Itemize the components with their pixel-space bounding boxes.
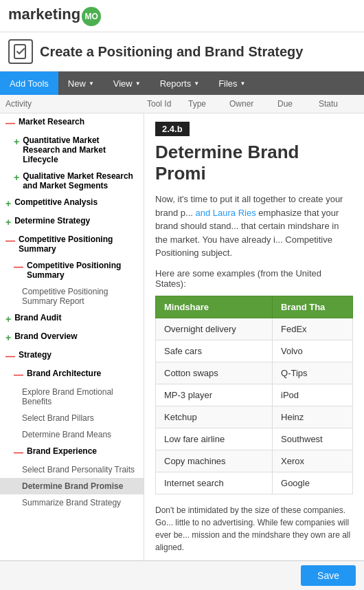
tool-id-badge: 2.4.b bbox=[155, 122, 190, 136]
content-inner: 2.4.b Determine Brand Promi Now, it's ti… bbox=[144, 113, 364, 590]
table-cell-mindshare: Overnight delivery bbox=[156, 318, 273, 340]
files-arrow-icon: ▼ bbox=[240, 80, 246, 87]
main-layout: — Market Research + Quantitative Market … bbox=[0, 113, 364, 590]
sidebar-item-select-brand-personality[interactable]: Select Brand Personality Traits bbox=[0, 461, 144, 478]
logo-mo-badge: MO bbox=[82, 7, 101, 26]
content-body: Now, it's time to put it all together to… bbox=[155, 193, 353, 260]
sidebar-item-explore-brand[interactable]: Explore Brand Emotional Benefits bbox=[0, 384, 144, 410]
reports-arrow-icon: ▼ bbox=[194, 80, 199, 87]
toolbar-new[interactable]: New ▼ bbox=[58, 72, 104, 95]
table-cell-brand: Volvo bbox=[273, 340, 353, 362]
mindshare-table: Mindshare Brand Tha Overnight deliveryFe… bbox=[155, 296, 353, 494]
table-cell-mindshare: Low fare airline bbox=[156, 428, 273, 450]
marker-icon: — bbox=[14, 261, 23, 272]
table-cell-brand: Q-Tips bbox=[273, 362, 353, 384]
sidebar-item-brand-overview[interactable]: + Brand Overview bbox=[0, 328, 144, 347]
marker-icon: — bbox=[14, 447, 23, 458]
table-cell-brand: Xerox bbox=[273, 450, 353, 472]
marker-icon: + bbox=[5, 332, 11, 343]
table-row: Copy machinesXerox bbox=[156, 450, 353, 472]
table-header-brand: Brand Tha bbox=[273, 296, 353, 318]
table-cell-mindshare: Copy machines bbox=[156, 450, 273, 472]
sidebar-item-comp-pos-summary-2[interactable]: — Competitive Positioning Summary bbox=[0, 257, 144, 283]
marker-icon: — bbox=[5, 235, 15, 246]
toolbar-reports[interactable]: Reports ▼ bbox=[150, 72, 209, 95]
col-type-header: Type bbox=[185, 98, 227, 110]
marker-icon: + bbox=[5, 198, 11, 209]
page-title: Create a Positioning and Brand Strategy bbox=[40, 44, 303, 60]
table-row: Cotton swapsQ-Tips bbox=[156, 362, 353, 384]
table-cell-mindshare: Cotton swaps bbox=[156, 362, 273, 384]
col-toolid-header: Tool Id bbox=[144, 98, 185, 110]
content-title: Determine Brand Promi bbox=[155, 142, 353, 184]
svg-rect-0 bbox=[14, 45, 25, 58]
bottom-bar: Save bbox=[0, 560, 364, 590]
sidebar: — Market Research + Quantitative Market … bbox=[0, 113, 144, 590]
examples-label: Here are some examples (from the United … bbox=[155, 268, 353, 289]
table-cell-brand: Southwest bbox=[273, 428, 353, 450]
page-title-bar: Create a Positioning and Brand Strategy bbox=[0, 32, 364, 72]
table-row: Low fare airlineSouthwest bbox=[156, 428, 353, 450]
table-cell-mindshare: Ketchup bbox=[156, 406, 273, 428]
table-cell-mindshare: MP-3 player bbox=[156, 384, 273, 406]
table-cell-mindshare: Internet search bbox=[156, 472, 273, 494]
view-arrow-icon: ▼ bbox=[135, 80, 141, 87]
table-row: Overnight deliveryFedEx bbox=[156, 318, 353, 340]
col-due-header: Due bbox=[275, 98, 316, 110]
sidebar-item-brand-experience[interactable]: — Brand Experience bbox=[0, 443, 144, 461]
sidebar-item-comp-pos-summary-report[interactable]: Competitive Positioning Summary Report bbox=[0, 283, 144, 309]
sidebar-item-determine-brand-promise[interactable]: Determine Brand Promise bbox=[0, 478, 144, 494]
laura-ries-link[interactable]: and Laura Ries bbox=[196, 208, 256, 218]
footer-text: Don't be intimidated by the size of thes… bbox=[155, 504, 353, 554]
sidebar-item-strategy[interactable]: — Strategy bbox=[0, 347, 144, 365]
sidebar-item-qualitative[interactable]: + Qualitative Market Research and Market… bbox=[0, 168, 144, 194]
column-headers: Activity Tool Id Type Owner Due Statu bbox=[0, 95, 364, 113]
sidebar-item-competitive-analysis[interactable]: + Competitive Analysis bbox=[0, 194, 144, 212]
content-area: 2.4.b Determine Brand Promi Now, it's ti… bbox=[144, 113, 364, 590]
col-status-header: Statu bbox=[316, 98, 357, 110]
toolbar-view[interactable]: View ▼ bbox=[104, 72, 150, 95]
marker-icon: — bbox=[5, 351, 15, 362]
table-cell-brand: Google bbox=[273, 472, 353, 494]
table-cell-brand: FedEx bbox=[273, 318, 353, 340]
table-cell-brand: iPod bbox=[273, 384, 353, 406]
marker-icon: — bbox=[14, 369, 23, 380]
sidebar-item-select-brand-pillars[interactable]: Select Brand Pillars bbox=[0, 410, 144, 426]
table-header-mindshare: Mindshare bbox=[156, 296, 273, 318]
sidebar-item-brand-audit[interactable]: + Brand Audit bbox=[0, 309, 144, 328]
marker-icon: + bbox=[5, 314, 11, 325]
toolbar-files[interactable]: Files ▼ bbox=[209, 72, 255, 95]
table-row: Safe carsVolvo bbox=[156, 340, 353, 362]
col-owner-header: Owner bbox=[227, 98, 275, 110]
table-cell-mindshare: Safe cars bbox=[156, 340, 273, 362]
sidebar-item-summarize-brand-strategy[interactable]: Summarize Brand Strategy bbox=[0, 494, 144, 511]
page-title-icon bbox=[8, 39, 33, 64]
marker-icon: — bbox=[5, 118, 15, 129]
new-arrow-icon: ▼ bbox=[89, 80, 94, 87]
toolbar: Add Tools New ▼ View ▼ Reports ▼ Files ▼ bbox=[0, 72, 364, 95]
sidebar-item-quantitative[interactable]: + Quantitative Market Research and Marke… bbox=[0, 132, 144, 168]
table-cell-brand: Heinz bbox=[273, 406, 353, 428]
col-activity-header: Activity bbox=[0, 98, 144, 110]
save-button[interactable]: Save bbox=[301, 565, 356, 586]
header-logo: marketingMO bbox=[0, 0, 364, 32]
table-row: Internet searchGoogle bbox=[156, 472, 353, 494]
marker-icon: + bbox=[5, 217, 11, 228]
logo-text: marketingMO bbox=[8, 6, 101, 26]
marker-icon: + bbox=[14, 136, 19, 147]
sidebar-item-determine-strategy[interactable]: + Determine Strategy bbox=[0, 212, 144, 231]
sidebar-item-brand-architecture[interactable]: — Brand Architecture bbox=[0, 365, 144, 384]
sidebar-item-market-research[interactable]: — Market Research bbox=[0, 113, 144, 132]
sidebar-item-determine-brand-means[interactable]: Determine Brand Means bbox=[0, 426, 144, 443]
table-row: MP-3 playeriPod bbox=[156, 384, 353, 406]
table-row: KetchupHeinz bbox=[156, 406, 353, 428]
marker-icon: + bbox=[14, 172, 19, 183]
toolbar-add-tools[interactable]: Add Tools bbox=[0, 72, 58, 95]
sidebar-item-comp-pos-summary-1[interactable]: — Competitive Positioning Summary bbox=[0, 231, 144, 257]
